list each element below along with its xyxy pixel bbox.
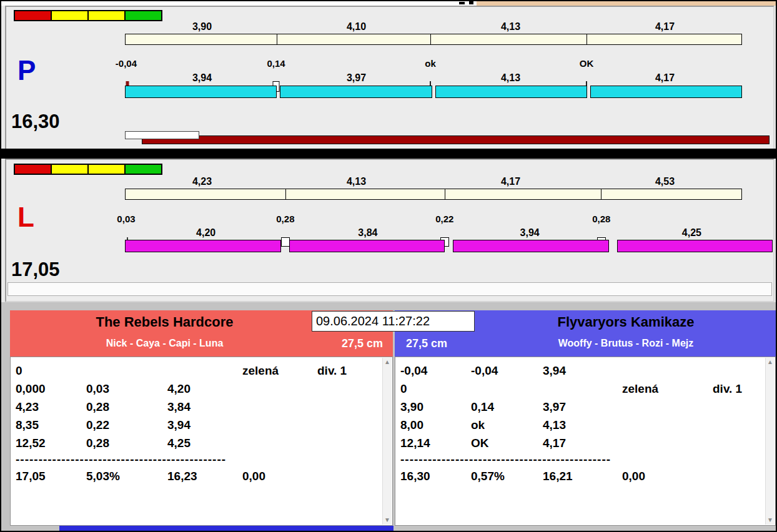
team-members: Nick - Caya - Capi - Luna <box>10 338 319 349</box>
start-light-yellow1 <box>51 10 89 21</box>
table-cell: 4,25 <box>167 434 242 452</box>
reference-time-bar <box>125 189 742 200</box>
scrollbar[interactable]: ▲ ▼ <box>765 358 775 525</box>
table-cell <box>242 380 317 398</box>
scroll-down-icon[interactable]: ▼ <box>383 516 392 525</box>
table-cell <box>242 398 317 416</box>
table-row: 8,00ok4,13 <box>400 416 775 434</box>
scroll-up-icon[interactable]: ▲ <box>766 358 775 367</box>
results-rows: 0zelenádiv. 10,0000,034,204,230,283,848,… <box>16 362 392 452</box>
pass-delta-label: 0,14 <box>267 58 285 69</box>
split-time-bar <box>617 240 773 252</box>
pass-delta-label: 0,22 <box>435 214 453 224</box>
table-cell: -0,04 <box>400 362 471 380</box>
scrollbar[interactable]: ▲ ▼ <box>382 358 392 525</box>
jump-height: 27,5 cm <box>406 337 447 350</box>
results-rows: -0,04-0,043,940zelenádiv. 13,900,143,978… <box>400 362 775 452</box>
table-cell: 0,03 <box>86 380 167 398</box>
team-left-results: 0zelenádiv. 10,0000,034,204,230,283,848,… <box>10 357 393 526</box>
table-row: -0,04-0,043,94 <box>400 362 775 380</box>
net-time: 16,21 <box>543 467 622 485</box>
split-time-bar <box>590 86 742 98</box>
pass-delta-label: ok <box>425 58 436 69</box>
lane-p-panel: P 3,904,104,134,17 -0,040,14okOK 3,943,9… <box>5 6 775 150</box>
table-cell: 3,97 <box>543 398 622 416</box>
reference-time-bar <box>125 34 742 45</box>
split-time-label: 4,17 <box>588 72 742 84</box>
team-members: Wooffy - Brutus - Rozi - Mejz <box>476 338 776 349</box>
net-time: 16,23 <box>167 467 242 485</box>
total-time: 16,30 <box>400 467 471 485</box>
split-time-label: 3,94 <box>449 227 611 239</box>
titlebar-right <box>477 1 776 6</box>
table-cell: zelená <box>242 362 317 380</box>
scroll-up-icon[interactable]: ▲ <box>383 358 392 367</box>
split-time-bar <box>435 86 587 98</box>
team-name: Flyvaryors Kamikaze <box>476 314 776 330</box>
table-cell <box>317 380 392 398</box>
split-divider <box>277 34 277 44</box>
reference-split-label: 3,90 <box>125 21 279 33</box>
start-lights <box>14 10 162 21</box>
table-cell: 8,00 <box>400 416 471 434</box>
table-cell <box>167 362 242 380</box>
split-time-label: 4,13 <box>433 72 588 84</box>
table-cell <box>622 398 713 416</box>
reference-split-label: 4,17 <box>588 21 742 33</box>
pass-delta-label: 0,28 <box>592 214 610 224</box>
split-divider <box>586 34 587 44</box>
percentage: 0,57% <box>471 467 543 485</box>
table-row: 0zelenádiv. 1 <box>400 380 775 398</box>
split-divider <box>601 189 601 199</box>
penalty: 0,00 <box>242 467 317 485</box>
lane-l-panel: L 4,234,134,174,53 0,030,280,220,28 4,20… <box>5 159 775 302</box>
titlebar-mark <box>459 2 465 4</box>
split-time-label: 3,94 <box>125 72 279 84</box>
results-divider: ----------------------------------------… <box>16 452 392 467</box>
reference-split-labels: 4,234,134,174,53 <box>125 176 742 188</box>
lane-p-label: P <box>17 57 36 84</box>
split-time-label: 4,20 <box>125 227 287 239</box>
spacer-cell <box>317 467 392 485</box>
pass-delta-label: 0,28 <box>276 214 294 224</box>
titlebar-strip <box>1 1 776 6</box>
start-lights <box>14 164 162 175</box>
table-cell <box>317 434 392 452</box>
table-cell: zelená <box>622 380 713 398</box>
table-row: 0zelenádiv. 1 <box>16 362 392 380</box>
split-time-bars <box>125 86 742 98</box>
reference-split-label: 4,10 <box>279 21 433 33</box>
pass-delta-label: OK <box>580 58 594 69</box>
table-cell: 12,14 <box>400 434 471 452</box>
table-cell: ok <box>471 416 543 434</box>
table-cell: 4,17 <box>543 434 622 452</box>
table-row: 3,900,143,97 <box>400 398 775 416</box>
table-cell <box>317 416 392 434</box>
titlebar-mark <box>469 1 473 4</box>
split-time-bar <box>125 86 277 98</box>
split-time-label: 3,84 <box>287 227 448 239</box>
table-row: 0,0000,034,20 <box>16 380 392 398</box>
table-cell <box>471 380 543 398</box>
scroll-down-icon[interactable]: ▼ <box>766 516 775 525</box>
start-light-green <box>124 164 162 175</box>
table-row: 12,520,284,25 <box>16 434 392 452</box>
table-cell: 12,52 <box>16 434 86 452</box>
app-window: P 3,904,104,134,17 -0,040,14okOK 3,943,9… <box>0 0 777 532</box>
status-strip <box>7 282 772 296</box>
table-cell: 4,13 <box>543 416 622 434</box>
start-light-yellow1 <box>51 164 89 175</box>
reference-split-label: 4,13 <box>279 176 433 188</box>
table-cell: 4,20 <box>167 380 242 398</box>
table-cell: 0,28 <box>86 434 167 452</box>
table-row: 12,14OK4,17 <box>400 434 775 452</box>
table-cell <box>622 416 713 434</box>
split-divider <box>285 189 286 199</box>
reference-split-label: 4,23 <box>125 176 279 188</box>
table-cell <box>543 380 622 398</box>
split-divider <box>445 189 445 199</box>
lane-l-label: L <box>17 204 34 231</box>
table-cell <box>622 362 713 380</box>
table-cell <box>86 362 167 380</box>
reference-split-label: 4,53 <box>588 176 742 188</box>
